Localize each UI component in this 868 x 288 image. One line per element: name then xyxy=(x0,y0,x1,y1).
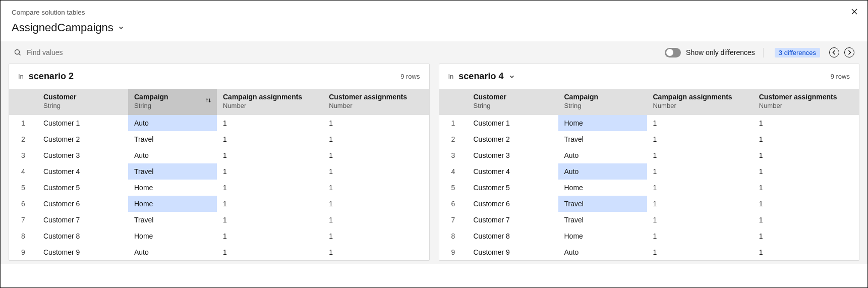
cell-campaign: Travel xyxy=(128,163,217,180)
table-row[interactable]: 3 Customer 3 Auto 1 1 xyxy=(9,147,429,163)
column-header[interactable]: Campaign assignmentsNumber xyxy=(217,89,323,115)
table-row[interactable]: 4 Customer 4 Auto 1 1 xyxy=(439,163,859,180)
cell-campaign-assignments: 1 xyxy=(647,163,753,180)
in-label: In xyxy=(18,73,24,80)
table-row[interactable]: 6 Customer 6 Home 1 1 xyxy=(9,196,429,212)
cell-customer-assignments: 1 xyxy=(323,244,429,260)
cell-customer-assignments: 1 xyxy=(323,115,429,131)
cell-customer-assignments: 1 xyxy=(753,196,859,212)
cell-campaign-assignments: 1 xyxy=(647,228,753,244)
table-row[interactable]: 8 Customer 8 Home 1 1 xyxy=(9,228,429,244)
table-row[interactable]: 7 Customer 7 Travel 1 1 xyxy=(9,212,429,228)
table-row[interactable]: 4 Customer 4 Travel 1 1 xyxy=(9,163,429,180)
cell-customer: Customer 6 xyxy=(37,196,128,212)
row-index: 5 xyxy=(439,180,468,196)
chevron-down-icon[interactable] xyxy=(508,73,515,80)
chevron-down-icon[interactable] xyxy=(118,24,125,31)
cell-customer: Customer 4 xyxy=(468,163,558,180)
show-diffs-toggle[interactable] xyxy=(665,48,681,57)
cell-campaign-assignments: 1 xyxy=(217,196,323,212)
table-row[interactable]: 7 Customer 7 Travel 1 1 xyxy=(439,212,859,228)
cell-customer: Customer 1 xyxy=(37,115,128,131)
search-input[interactable] xyxy=(27,48,153,56)
cell-customer-assignments: 1 xyxy=(753,212,859,228)
table-row[interactable]: 9 Customer 9 Auto 1 1 xyxy=(439,244,859,260)
cell-customer: Customer 7 xyxy=(468,212,558,228)
cell-campaign: Auto xyxy=(128,147,217,163)
table-row[interactable]: 5 Customer 5 Home 1 1 xyxy=(9,180,429,196)
modal-subtitle: Compare solution tables xyxy=(12,9,856,16)
row-index: 8 xyxy=(439,228,468,244)
cell-customer-assignments: 1 xyxy=(753,131,859,147)
cell-customer: Customer 5 xyxy=(468,180,558,196)
column-header[interactable]: Campaign assignmentsNumber xyxy=(647,89,753,115)
row-index: 4 xyxy=(439,163,468,180)
table-row[interactable]: 1 Customer 1 Home 1 1 xyxy=(439,115,859,131)
cell-campaign-assignments: 1 xyxy=(647,196,753,212)
table-row[interactable]: 1 Customer 1 Auto 1 1 xyxy=(9,115,429,131)
row-index: 3 xyxy=(439,147,468,163)
cell-campaign-assignments: 1 xyxy=(217,212,323,228)
cell-customer-assignments: 1 xyxy=(323,147,429,163)
cell-campaign: Home xyxy=(128,196,217,212)
cell-campaign-assignments: 1 xyxy=(647,115,753,131)
cell-customer: Customer 1 xyxy=(468,115,558,131)
table-row[interactable]: 6 Customer 6 Travel 1 1 xyxy=(439,196,859,212)
cell-campaign-assignments: 1 xyxy=(647,131,753,147)
cell-campaign-assignments: 1 xyxy=(217,115,323,131)
cell-campaign-assignments: 1 xyxy=(647,212,753,228)
cell-campaign-assignments: 1 xyxy=(217,147,323,163)
row-index: 8 xyxy=(9,228,37,244)
in-label: In xyxy=(448,73,454,80)
scenario-name-right[interactable]: scenario 4 xyxy=(458,71,503,82)
cell-campaign: Auto xyxy=(558,163,647,180)
table-row[interactable]: 8 Customer 8 Home 1 1 xyxy=(439,228,859,244)
cell-customer: Customer 6 xyxy=(468,196,558,212)
cell-campaign: Home xyxy=(558,115,647,131)
cell-customer: Customer 7 xyxy=(37,212,128,228)
cell-campaign: Travel xyxy=(128,212,217,228)
row-index: 1 xyxy=(9,115,37,131)
search-icon xyxy=(14,48,22,56)
column-header[interactable]: Customer assignmentsNumber xyxy=(753,89,859,115)
column-header[interactable]: CampaignString xyxy=(128,89,217,115)
cell-customer-assignments: 1 xyxy=(323,212,429,228)
table-row[interactable]: 2 Customer 2 Travel 1 1 xyxy=(439,131,859,147)
table-row[interactable]: 9 Customer 9 Auto 1 1 xyxy=(9,244,429,260)
cell-campaign: Travel xyxy=(128,131,217,147)
cell-customer-assignments: 1 xyxy=(753,163,859,180)
cell-campaign-assignments: 1 xyxy=(217,131,323,147)
column-header[interactable]: CustomerString xyxy=(37,89,128,115)
row-index: 7 xyxy=(9,212,37,228)
cell-campaign: Auto xyxy=(128,115,217,131)
scenario-name-left: scenario 2 xyxy=(29,71,74,82)
cell-customer-assignments: 1 xyxy=(323,131,429,147)
row-index: 6 xyxy=(439,196,468,212)
cell-customer: Customer 2 xyxy=(37,131,128,147)
table-row[interactable]: 5 Customer 5 Home 1 1 xyxy=(439,180,859,196)
cell-campaign-assignments: 1 xyxy=(217,244,323,260)
cell-campaign: Home xyxy=(128,228,217,244)
close-icon[interactable] xyxy=(850,8,858,16)
table-row[interactable]: 2 Customer 2 Travel 1 1 xyxy=(9,131,429,147)
row-index: 2 xyxy=(439,131,468,147)
row-index: 1 xyxy=(439,115,468,131)
cell-customer: Customer 4 xyxy=(37,163,128,180)
column-header[interactable]: CustomerString xyxy=(468,89,558,115)
cell-customer-assignments: 1 xyxy=(323,163,429,180)
toggle-label: Show only differences xyxy=(686,48,755,56)
column-header[interactable]: CampaignString xyxy=(558,89,647,115)
row-index: 9 xyxy=(439,244,468,260)
cell-customer-assignments: 1 xyxy=(753,180,859,196)
row-index: 9 xyxy=(9,244,37,260)
next-diff-button[interactable] xyxy=(844,47,854,57)
table-row[interactable]: 3 Customer 3 Auto 1 1 xyxy=(439,147,859,163)
sort-icon[interactable] xyxy=(205,97,212,104)
page-title[interactable]: AssignedCampaigns xyxy=(12,21,113,34)
row-index: 4 xyxy=(9,163,37,180)
prev-diff-button[interactable] xyxy=(829,47,839,57)
column-header[interactable]: Customer assignmentsNumber xyxy=(323,89,429,115)
diff-count-badge[interactable]: 3 differences xyxy=(775,48,820,57)
row-index: 7 xyxy=(439,212,468,228)
row-index: 2 xyxy=(9,131,37,147)
